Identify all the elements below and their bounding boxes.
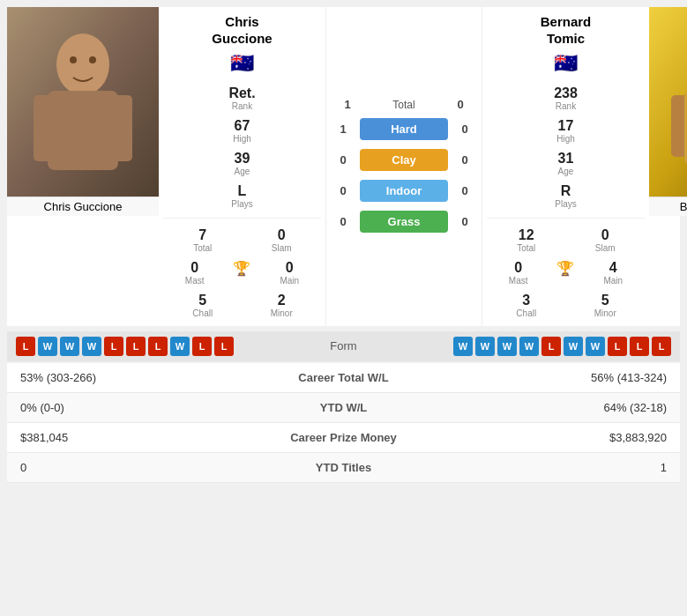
- ytd-titles-center: YTD Titles: [247, 461, 441, 474]
- right-high-item: 17 High: [541, 118, 590, 144]
- right-form-badges: W W W W L W W L L L: [453, 337, 671, 356]
- left-form-badge-9: L: [192, 337, 212, 356]
- grass-row: 0 Grass 0: [331, 211, 477, 233]
- career-wl-row: 53% (303-266) Career Total W/L 56% (413-…: [7, 363, 680, 393]
- right-age-value: 31: [541, 151, 590, 167]
- left-chall-value: 5: [178, 293, 227, 308]
- prize-money-row: $381,045 Career Prize Money $3,883,920: [7, 423, 680, 453]
- prize-money-left: $381,045: [20, 431, 247, 444]
- left-mast-value: 0: [170, 260, 219, 276]
- clay-left-num: 0: [331, 153, 355, 167]
- left-total-value: 7: [178, 227, 227, 243]
- right-form-badge-7: W: [586, 337, 605, 356]
- form-label: Form: [234, 339, 453, 353]
- indoor-right-num: 0: [452, 184, 477, 197]
- ytd-wl-left: 0% (0-0): [20, 401, 247, 414]
- left-chall-stat: 5 Chall: [178, 293, 227, 318]
- right-mast-value: 0: [494, 260, 542, 276]
- career-wl-center: Career Total W/L: [247, 371, 441, 384]
- left-chall-label: Chall: [178, 308, 227, 318]
- right-mast-main-row: 0 Mast 🏆 4 Main: [487, 260, 645, 286]
- left-form-badge-1: L: [16, 337, 35, 356]
- right-form-badge-2: W: [475, 337, 495, 356]
- left-age-value: 39: [218, 151, 266, 167]
- right-rank-value: 238: [541, 85, 590, 101]
- form-section: L W W W L L L W L L Form W W W W L W W L…: [7, 331, 680, 361]
- left-high-label: High: [218, 134, 266, 144]
- svg-rect-3: [34, 95, 60, 161]
- left-trophy-icon: 🏆: [233, 260, 250, 286]
- right-player-photo: AUS: [649, 7, 687, 197]
- left-plays-label: Plays: [218, 199, 266, 209]
- right-total-slam-row: 12 Total 0 Slam: [487, 227, 645, 253]
- right-form-badge-4: W: [519, 337, 539, 356]
- right-main-label: Main: [589, 276, 638, 286]
- right-high-stat: 17 High: [487, 118, 645, 144]
- svg-point-5: [70, 56, 77, 63]
- left-minor-stat: 2 Minor: [258, 293, 306, 318]
- right-high-label: High: [541, 134, 590, 144]
- total-right-num: 0: [448, 98, 473, 111]
- total-left-num: 1: [335, 98, 360, 111]
- left-mast-main-row: 0 Mast 🏆 0 Main: [163, 260, 321, 286]
- grass-badge: Grass: [360, 211, 448, 233]
- right-form-badge-9: L: [630, 337, 649, 356]
- right-player-name-label: Bernard Tomic: [680, 200, 687, 213]
- left-form-badge-3: W: [60, 337, 79, 356]
- right-age-stat: 31 Age: [487, 151, 645, 176]
- left-main-value: 0: [265, 260, 314, 276]
- indoor-row: 0 Indoor 0: [331, 180, 477, 202]
- page: Chris Guccione Chris Guccione 🇦🇺 Ret. Ra…: [0, 0, 687, 490]
- grass-right-num: 0: [452, 215, 477, 228]
- left-player-name: Chris Guccione: [212, 14, 272, 48]
- ytd-wl-center: YTD W/L: [247, 401, 441, 414]
- prize-money-center: Career Prize Money: [247, 431, 441, 444]
- right-rank-stat: 238 Rank: [487, 85, 645, 111]
- left-age-item: 39 Age: [218, 151, 266, 176]
- left-minor-value: 2: [258, 293, 306, 308]
- left-form-badges: L W W W L L L W L L: [16, 337, 234, 356]
- left-form-badge-7: L: [148, 337, 168, 356]
- left-slam-label: Slam: [258, 243, 306, 253]
- left-main-label: Main: [265, 276, 314, 286]
- hard-row: 1 Hard 0: [331, 118, 477, 140]
- right-player-card: Bernard Tomic 🇦🇺 238 Rank 17 High 31: [482, 7, 649, 326]
- left-form-badge-6: L: [126, 337, 146, 356]
- right-age-label: Age: [541, 167, 590, 176]
- ytd-wl-row: 0% (0-0) YTD W/L 64% (32-18): [7, 393, 680, 423]
- right-flag: 🇦🇺: [554, 52, 578, 75]
- ytd-titles-left: 0: [20, 461, 247, 474]
- left-rank-item: Ret. Rank: [218, 85, 266, 111]
- right-high-value: 17: [541, 118, 590, 134]
- left-age-label: Age: [218, 167, 266, 176]
- left-high-stat: 67 High: [163, 118, 321, 144]
- left-form-badge-8: W: [170, 337, 190, 356]
- prize-money-right: $3,883,920: [441, 431, 668, 444]
- right-chall-stat: 3 Chall: [502, 293, 550, 318]
- hard-badge: Hard: [360, 118, 448, 140]
- left-slam-value: 0: [258, 227, 306, 243]
- right-plays-stat: R Plays: [487, 183, 645, 209]
- clay-right-num: 0: [452, 153, 477, 167]
- right-chall-value: 3: [502, 293, 550, 308]
- right-chall-minor-row: 3 Chall 5 Minor: [487, 293, 645, 318]
- right-mast-label: Mast: [494, 276, 542, 286]
- left-player-column: Chris Guccione: [7, 7, 159, 326]
- left-age-stat: 39 Age: [163, 151, 321, 176]
- total-row: 1 Total 0: [331, 98, 477, 111]
- right-chall-label: Chall: [502, 308, 550, 318]
- left-total-slam-row: 7 Total 0 Slam: [163, 227, 321, 253]
- left-player-name-label: Chris Guccione: [44, 200, 123, 213]
- right-plays-label: Plays: [541, 199, 590, 209]
- left-main-stat: 0 Main: [265, 260, 314, 286]
- svg-rect-4: [106, 95, 132, 161]
- left-high-value: 67: [218, 118, 266, 134]
- right-form-badge-5: L: [541, 337, 561, 356]
- clay-badge: Clay: [360, 149, 448, 171]
- left-chall-minor-row: 5 Chall 2 Minor: [163, 293, 321, 318]
- right-slam-stat: 0 Slam: [581, 227, 630, 253]
- center-surfaces: 1 Total 0 1 Hard 0 0 Clay 0 0 Indoor 0: [326, 7, 482, 326]
- left-plays-stat: L Plays: [163, 183, 321, 209]
- hard-left-num: 1: [331, 122, 355, 136]
- left-form-badge-5: L: [104, 337, 123, 356]
